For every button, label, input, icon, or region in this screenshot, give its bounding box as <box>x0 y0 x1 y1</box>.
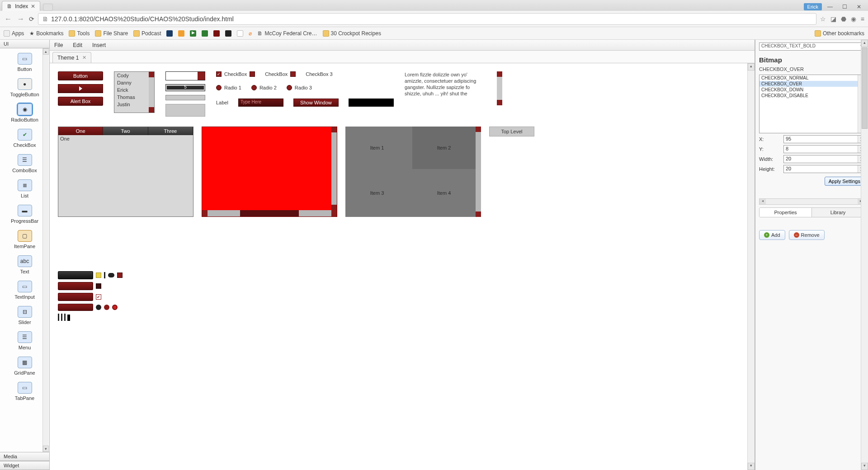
mccoy-bookmark[interactable]: 🗎McCoy Federal Cre… <box>257 30 317 37</box>
other-bookmarks[interactable]: Other bookmarks <box>815 30 864 37</box>
menu-insert[interactable]: Insert <box>92 42 106 48</box>
grid-cell[interactable]: Item 2 <box>412 127 476 169</box>
palette-item-menu[interactable]: ☰Menu <box>0 329 49 354</box>
panel-hscrollbar[interactable] <box>202 210 337 216</box>
doc-tab-theme1[interactable]: Theme 1 ✕ <box>52 52 91 63</box>
scroll-up-icon[interactable]: ▴ <box>861 40 868 47</box>
list-item[interactable]: Thomas <box>114 94 154 101</box>
sample-scroll-panel[interactable] <box>202 127 337 217</box>
palette-scrollbar[interactable]: ▴ ▾ <box>42 48 49 452</box>
canvas-scrollbar[interactable]: ▴ ▾ <box>747 63 755 470</box>
podcast-folder[interactable]: Podcast <box>133 30 161 37</box>
list-item[interactable]: Danny <box>114 79 154 86</box>
sample-alert-button[interactable]: Alert Box <box>58 97 103 106</box>
x-input[interactable]: 95▴▾ <box>783 135 864 143</box>
url-input[interactable]: 🗎 127.0.0.1:8020/CHAOS%20Studio/CHAOS%20… <box>38 13 816 25</box>
sample-radio-1[interactable]: Radio 1 <box>216 85 241 90</box>
back-icon[interactable]: ← <box>4 15 13 23</box>
scroll-down-icon[interactable]: ▾ <box>861 463 868 470</box>
scroll-thumb[interactable] <box>862 47 868 129</box>
property-dropdown[interactable]: CHECKBOX_TEXT_BOLD <box>759 42 864 51</box>
sample-combobox[interactable] <box>165 71 205 80</box>
sample-radio-2[interactable]: Radio 2 <box>251 85 277 90</box>
sample-checkbox-1[interactable]: CheckBox <box>216 71 255 77</box>
state-option[interactable]: CHECKBOX_DOWN <box>760 87 864 93</box>
state-option[interactable]: CHECKBOX_OVER <box>760 81 864 87</box>
palette-item-gridpane[interactable]: ▦GridPane <box>0 354 49 379</box>
palette-header-ui[interactable]: UI <box>0 40 49 48</box>
props-vscrollbar[interactable]: ▴ ▾ <box>861 40 868 470</box>
grid-vscrollbar[interactable] <box>476 127 481 217</box>
state-listbox[interactable]: CHECKBOX_NORMAL CHECKBOX_OVER CHECKBOX_D… <box>759 75 864 133</box>
palette-header-widget[interactable]: Widget <box>0 461 49 470</box>
scroll-down-icon[interactable]: ▾ <box>43 446 49 452</box>
palette-item-itempane[interactable]: ▢ItemPane <box>0 227 49 253</box>
bm-icon-2[interactable] <box>178 30 184 37</box>
show-window-button[interactable]: Show Window <box>293 99 339 107</box>
list-item[interactable]: Cody <box>114 72 154 79</box>
scroll-down-icon[interactable]: ▾ <box>748 463 755 470</box>
add-button[interactable]: +Add <box>759 230 785 240</box>
scroll-up-icon[interactable]: ▴ <box>748 63 755 70</box>
list-scrollbar[interactable] <box>149 72 154 113</box>
abp-icon[interactable]: ⬣ <box>841 15 846 23</box>
sample-button[interactable]: Button <box>58 71 103 80</box>
new-tab-button[interactable] <box>43 4 53 11</box>
scroll-up-icon[interactable]: ▴ <box>43 48 49 55</box>
height-input[interactable]: 20▴▾ <box>783 165 864 173</box>
bookmarks-shortcut[interactable]: ★Bookmarks <box>29 30 63 37</box>
sample-play-button[interactable] <box>58 84 103 93</box>
minimize-icon[interactable]: — <box>824 3 836 11</box>
bm-icon-8[interactable]: ⌀ <box>249 30 252 37</box>
tab-two[interactable]: Two <box>103 127 148 135</box>
sample-checkbox-3[interactable]: CheckBox 3 <box>306 71 332 77</box>
menu-edit[interactable]: Edit <box>73 42 82 48</box>
bm-icon-7[interactable] <box>237 30 243 37</box>
palette-item-progressbar[interactable]: ▬ProgressBar <box>0 202 49 227</box>
bm-icon-6[interactable] <box>225 30 231 37</box>
tab-properties[interactable]: Properties <box>760 208 812 217</box>
menu-file[interactable]: File <box>54 42 63 48</box>
palette-item-slider[interactable]: ⊟Slider <box>0 303 49 329</box>
sample-checkbox-2[interactable]: CheckBox <box>265 71 296 77</box>
bm-icon-5[interactable] <box>213 30 220 37</box>
crockpot-bookmark[interactable]: 30 Crockpot Recipes <box>323 30 381 37</box>
palette-item-togglebutton[interactable]: ●ToggleButton <box>0 75 49 101</box>
design-canvas[interactable]: Button Alert Box Cody Danny Erick Thomas… <box>50 63 747 470</box>
tab-three[interactable]: Three <box>148 127 193 135</box>
remove-button[interactable]: −Remove <box>789 230 825 240</box>
browser-tab-index[interactable]: 🗎 Index ✕ <box>2 1 40 11</box>
sample-vscrollbar[interactable] <box>497 71 502 105</box>
grid-cell[interactable]: Item 3 <box>345 172 409 214</box>
forward-icon[interactable]: → <box>16 15 25 23</box>
state-option[interactable]: CHECKBOX_NORMAL <box>760 75 864 81</box>
palette-item-text[interactable]: abcText <box>0 253 49 278</box>
props-hscrollbar[interactable]: ◂▸ <box>759 198 864 205</box>
palette-item-button[interactable]: ▭Button <box>0 50 49 75</box>
palette-item-tabpane[interactable]: ▭TabPane <box>0 379 49 404</box>
palette-item-textinput[interactable]: ▭TextInput <box>0 278 49 303</box>
fileshare-folder[interactable]: File Share <box>95 30 128 37</box>
palette-item-radiobutton[interactable]: ◉RadioButton <box>0 101 49 126</box>
close-window-icon[interactable]: ✕ <box>853 3 865 11</box>
bm-icon-3[interactable]: ▶ <box>190 30 196 37</box>
palette-header-media[interactable]: Media <box>0 452 49 461</box>
reload-icon[interactable]: ⟳ <box>29 15 34 23</box>
palette-item-combobox[interactable]: ☰ComboBox <box>0 151 49 177</box>
palette-item-checkbox[interactable]: ✔CheckBox <box>0 126 49 151</box>
palette-item-list[interactable]: ≣List <box>0 177 49 202</box>
close-icon[interactable]: ✕ <box>82 55 86 61</box>
apps-shortcut[interactable]: Apps <box>4 30 24 37</box>
sample-slider[interactable]: 5 <box>165 84 205 91</box>
evernote-icon[interactable]: ◪ <box>830 15 836 23</box>
sample-toplevel[interactable]: Top Level <box>489 127 534 136</box>
apply-settings-button[interactable]: Apply Settings <box>825 177 864 186</box>
y-input[interactable]: 8▴▾ <box>783 145 864 153</box>
tab-library[interactable]: Library <box>812 208 864 217</box>
width-input[interactable]: 20▴▾ <box>783 155 864 163</box>
sample-gridpane[interactable]: Item 1 Item 2 Item 3 Item 4 <box>345 127 481 217</box>
sample-tabpane[interactable]: One Two Three One <box>58 127 193 217</box>
bm-icon-4[interactable] <box>202 30 208 37</box>
list-item[interactable]: Justin <box>114 101 154 108</box>
tab-one[interactable]: One <box>58 127 103 135</box>
